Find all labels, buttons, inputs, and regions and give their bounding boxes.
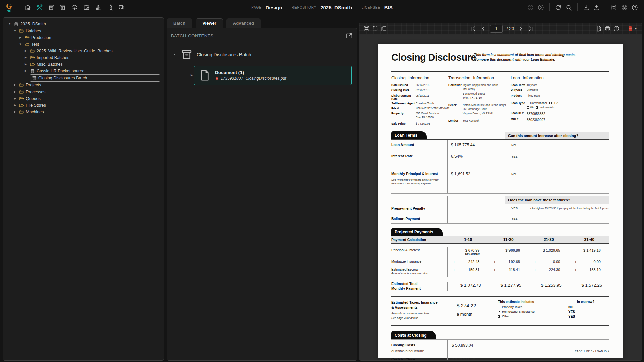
- loan-type-options: Conventional FHA VA malesuada in: [527, 101, 558, 110]
- table-row: Estimated Escrow Amount can increase ove…: [391, 267, 609, 277]
- grooper-logo-icon[interactable]: G: [4, 2, 15, 13]
- tab-advanced[interactable]: Advanced: [226, 18, 261, 28]
- row-label: Monthly Principal & Interest: [391, 169, 447, 176]
- help-icon[interactable]: [630, 2, 640, 13]
- tree-item-label: 2025_DSmith: [20, 22, 46, 26]
- info-icon[interactable]: [612, 24, 621, 33]
- tree-item-imported-batches[interactable]: Imported Batches: [23, 54, 162, 61]
- licensee-value[interactable]: BIS: [384, 5, 393, 10]
- home-icon[interactable]: [22, 2, 33, 13]
- loan-type-option: VA: [530, 106, 534, 109]
- tree-item-processes[interactable]: Processes: [13, 88, 162, 95]
- plus-sign: +: [494, 268, 496, 277]
- cell-value: 118.41: [509, 268, 520, 277]
- cell-value: $ 966.86: [488, 247, 529, 259]
- repository-value[interactable]: 2025_DSmith: [320, 5, 352, 10]
- caret-right-icon[interactable]: [23, 61, 28, 68]
- pdf-export-dropdown[interactable]: ▼: [626, 24, 639, 33]
- caret-right-icon[interactable]: [23, 68, 28, 74]
- refresh-icon[interactable]: [553, 2, 564, 13]
- open-in-new-window-icon[interactable]: [345, 32, 353, 40]
- select-region-icon[interactable]: [371, 24, 379, 33]
- tree-item-misc-batches[interactable]: Misc. Batches: [23, 61, 162, 68]
- caret-right-icon[interactable]: [23, 48, 28, 54]
- caret-down-icon[interactable]: [7, 21, 12, 27]
- document-node-texts: Document (1) 1735931807_ClosingDisclosur…: [215, 70, 286, 81]
- repository-icon[interactable]: [609, 2, 619, 13]
- folder-icon: [19, 89, 24, 95]
- field-label: Closing Date: [391, 88, 416, 93]
- text-search-icon[interactable]: [594, 24, 603, 33]
- back-icon[interactable]: [525, 2, 536, 13]
- tab-batch[interactable]: Batch: [167, 18, 192, 28]
- tree-item-production[interactable]: Production: [18, 34, 162, 41]
- tree-item-batches[interactable]: Batches: [13, 27, 162, 34]
- node-tree-panel: 2025_DSmith Batches Production Test 2025…: [3, 17, 164, 361]
- tree-item-projects[interactable]: Projects: [13, 82, 162, 88]
- cell-value: $ 1,072.73: [448, 282, 488, 291]
- caret-right-icon[interactable]: [189, 72, 194, 79]
- search-icon[interactable]: [564, 2, 574, 13]
- upload-icon[interactable]: [591, 2, 602, 13]
- caret-right-icon[interactable]: [13, 102, 17, 109]
- batch-process-icon[interactable]: [58, 2, 68, 13]
- payment-calculation-header-row: Payment Calculation 1-10 11-20 21-30 31-…: [391, 236, 609, 244]
- row-label: Estimated Escrow: [391, 267, 447, 272]
- folder-icon: [19, 83, 24, 88]
- document-node-selected[interactable]: Document (1) 1735931807_ClosingDisclosur…: [194, 66, 352, 85]
- row-answer: YES: [505, 214, 609, 223]
- last-page-icon[interactable]: [527, 24, 535, 33]
- chat-icon[interactable]: [116, 2, 127, 13]
- row-answer: NO: [505, 169, 609, 193]
- cell-value: 0.00: [594, 260, 601, 267]
- caret-right-icon[interactable]: [18, 34, 23, 41]
- page-number-input[interactable]: [490, 25, 503, 33]
- tree-item-machines[interactable]: Machines: [13, 109, 162, 115]
- next-page-icon[interactable]: [517, 24, 525, 33]
- cell-note: only interest: [448, 252, 488, 255]
- prev-page-icon[interactable]: [479, 24, 487, 33]
- document-lookup-icon[interactable]: [105, 2, 115, 13]
- caret-right-icon[interactable]: [13, 109, 17, 115]
- toolbar-divider: [577, 3, 578, 11]
- row-label: Estimated Taxes, Insurance & Assessments: [391, 300, 448, 309]
- print-icon[interactable]: [603, 24, 612, 33]
- row-sublabel: Amount can increase over time: [391, 272, 447, 275]
- caret-right-icon[interactable]: [23, 54, 28, 61]
- caret-down-icon[interactable]: [13, 27, 17, 34]
- design-tools-icon[interactable]: [34, 2, 45, 13]
- caret-down-icon[interactable]: [18, 41, 23, 48]
- primary-nav-icons: [22, 2, 127, 13]
- caret-right-icon[interactable]: [13, 95, 17, 102]
- row-sublabel: Amount can increase over time: [391, 312, 448, 315]
- transaction-info-heading: Transaction Information: [448, 76, 511, 80]
- viewer-canvas[interactable]: Closing Disclosure This form is a statem…: [359, 35, 642, 360]
- tree-item-cassie-hr-packet[interactable]: Cassie HR Packet source: [23, 68, 162, 74]
- caret-right-icon[interactable]: [13, 82, 17, 88]
- batches-icon[interactable]: [46, 2, 56, 13]
- tree-item-test[interactable]: Test: [18, 41, 162, 48]
- table-row: Monthly Principal & Interest See Project…: [391, 169, 609, 194]
- batch-contents-header: BATCH CONTENTS: [167, 28, 357, 43]
- user-icon[interactable]: [619, 2, 630, 13]
- batch-node[interactable]: Closing Disclosures Batch: [172, 48, 354, 61]
- tree-item-repository-root[interactable]: 2025_DSmith: [7, 21, 162, 27]
- tree-item-file-stores[interactable]: File Stores: [13, 102, 162, 109]
- page-value[interactable]: Design: [266, 5, 282, 10]
- thumbnails-icon[interactable]: [379, 24, 388, 33]
- doc-info-columns: Closing Information Date Issued06/14/201…: [391, 76, 609, 127]
- first-page-icon[interactable]: [469, 24, 477, 33]
- loan-type-option: malesuada in: [539, 106, 557, 109]
- tree-item-closing-disclosures-batch[interactable]: Closing Disclosures Batch: [30, 74, 160, 82]
- jobs-icon[interactable]: [81, 2, 92, 13]
- stats-icon[interactable]: [93, 2, 103, 13]
- fit-width-icon[interactable]: [362, 24, 371, 33]
- caret-right-icon[interactable]: [13, 88, 17, 95]
- tree-item-queues[interactable]: Queues: [13, 95, 162, 102]
- tab-viewer[interactable]: Viewer: [196, 18, 223, 28]
- forward-icon[interactable]: [536, 2, 546, 13]
- caret-down-icon[interactable]: [172, 51, 177, 58]
- tree-item-wiki-review-batches[interactable]: 2025_Wiki_Review-User-Guide_Batches: [23, 48, 162, 54]
- download-icon[interactable]: [581, 2, 591, 13]
- cloud-import-icon[interactable]: [69, 2, 80, 13]
